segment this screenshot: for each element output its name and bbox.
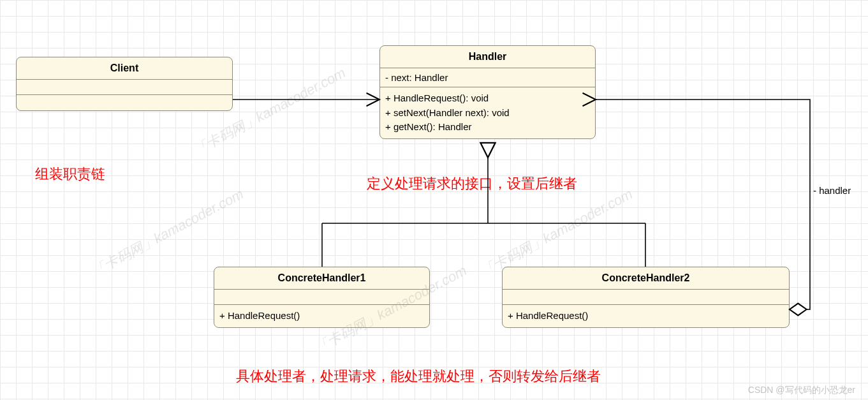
- uml-class-concrete1: ConcreteHandler1 + HandleRequest(): [214, 267, 430, 328]
- operation-handle-request: + HandleRequest(): void: [385, 91, 590, 106]
- uml-class-client: Client: [16, 57, 233, 111]
- class-attributes: [17, 80, 232, 95]
- class-attributes: [503, 290, 789, 305]
- note-concrete: 具体处理者，处理请求，能处理就处理，否则转发给后继者: [236, 367, 601, 386]
- uml-class-handler: Handler - next: Handler + HandleRequest(…: [379, 45, 596, 139]
- class-name: ConcreteHandler2: [503, 267, 789, 290]
- operation-set-next: + setNext(Handler next): void: [385, 106, 590, 121]
- note-client: 组装职责链: [35, 165, 105, 184]
- operation-get-next: + getNext(): Handler: [385, 120, 590, 135]
- class-attributes: - next: Handler: [380, 68, 595, 87]
- class-name: ConcreteHandler1: [214, 267, 429, 290]
- credit-text: CSDN @写代码的小恐龙er: [748, 385, 855, 396]
- class-operations: + HandleRequest(): [503, 305, 789, 327]
- uml-class-concrete2: ConcreteHandler2 + HandleRequest(): [502, 267, 790, 328]
- edge-label-handler: - handler: [813, 185, 851, 196]
- class-operations: + HandleRequest(): void + setNext(Handle…: [380, 87, 595, 138]
- class-name: Handler: [380, 46, 595, 68]
- class-operations: + HandleRequest(): [214, 305, 429, 327]
- class-attributes: [214, 290, 429, 305]
- class-name: Client: [17, 57, 232, 80]
- class-operations: [17, 95, 232, 110]
- note-handler: 定义处理请求的接口，设置后继者: [367, 174, 577, 193]
